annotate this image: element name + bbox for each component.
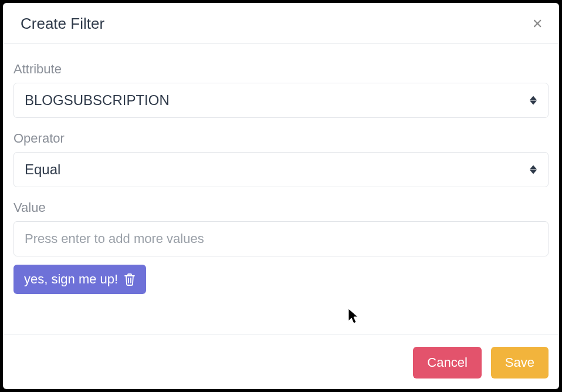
attribute-field: Attribute — [13, 62, 549, 118]
value-input[interactable] — [13, 221, 549, 256]
attribute-select[interactable] — [13, 83, 549, 118]
operator-select[interactable] — [13, 152, 549, 187]
modal-footer: Cancel Save — [3, 334, 559, 389]
save-button[interactable]: Save — [491, 347, 549, 379]
close-button[interactable]: ✕ — [530, 18, 545, 31]
close-icon: ✕ — [532, 16, 543, 31]
modal-header: Create Filter ✕ — [3, 3, 559, 44]
attribute-label: Attribute — [13, 62, 549, 77]
create-filter-modal: Create Filter ✕ Attribute Operator — [3, 3, 559, 389]
chip-label: yes, sign me up! — [24, 272, 118, 287]
cancel-button[interactable]: Cancel — [413, 347, 481, 379]
value-chip[interactable]: yes, sign me up! — [13, 265, 146, 294]
value-label: Value — [13, 200, 549, 215]
modal-title: Create Filter — [21, 15, 104, 33]
attribute-select-wrap — [13, 83, 549, 118]
operator-field: Operator — [13, 131, 549, 187]
modal-body: Attribute Operator Value — [3, 44, 559, 334]
value-field: Value — [13, 200, 549, 256]
trash-icon — [124, 273, 136, 286]
operator-label: Operator — [13, 131, 549, 146]
operator-select-wrap — [13, 152, 549, 187]
